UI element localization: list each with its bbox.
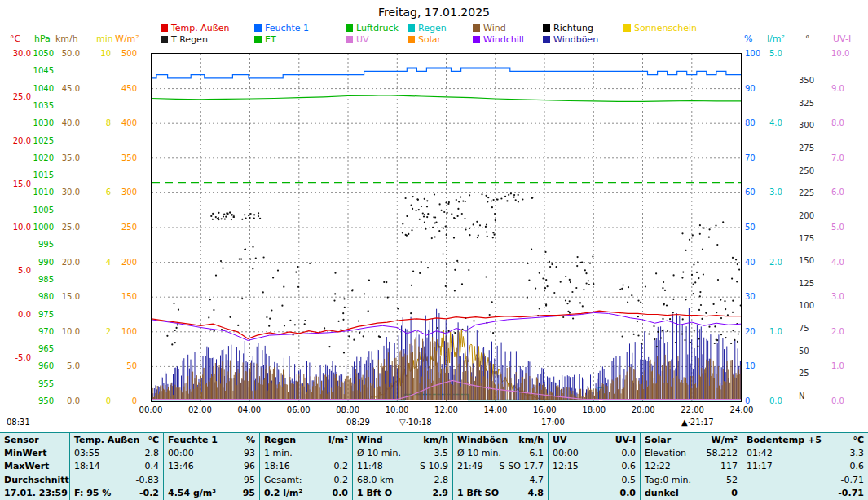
time-marker: 08:29 (346, 418, 370, 427)
cell-value: 4.8 (528, 487, 544, 499)
series-direction-dot (454, 332, 456, 334)
series-direction-dot (689, 239, 690, 241)
series-direction-dot (457, 215, 459, 217)
axis-tick-wind_kmh: 25.0 (57, 223, 80, 232)
cell-value: l/m² (328, 434, 348, 446)
cell-value: 0 (731, 487, 738, 499)
series-direction-dot (491, 301, 493, 303)
series-direction-dot (621, 288, 623, 290)
cell-label: 21:49 (457, 460, 483, 472)
legend-color-box (161, 36, 168, 43)
series-direction-dot (445, 201, 447, 203)
series-direction-dot (656, 346, 658, 347)
series-direction-dot (553, 292, 555, 294)
series-direction-dot (584, 269, 586, 271)
series-direction-dot (410, 312, 412, 314)
series-direction-dot (593, 283, 594, 285)
series-direction-dot (220, 260, 222, 262)
series-direction-dot (492, 237, 494, 238)
series-direction-dot (454, 290, 456, 291)
series-direction-dot (700, 304, 702, 306)
legend-color-box (346, 24, 353, 32)
table-cell: 68.0 km2.8 (352, 473, 452, 486)
cell-value: km/h (518, 434, 544, 446)
cell-value: -2.8 (142, 447, 159, 459)
x-axis-tick: 20:00 (625, 405, 661, 414)
series-direction-dot (174, 342, 176, 343)
table-cell: Elevation-58.212 (640, 446, 742, 459)
series-direction-dot (343, 352, 345, 353)
series-direction-dot (494, 234, 496, 236)
table-cell: Ø 10 min.6.1 (452, 446, 548, 459)
cell-label: 18:14 (74, 460, 100, 472)
axis-tick-wind_kmh: 10.0 (57, 327, 80, 336)
series-direction-dot (359, 332, 360, 334)
series-direction-dot (412, 208, 413, 210)
chart-canvas (152, 54, 741, 401)
time-marker: 08:31 (7, 418, 30, 427)
series-direction-dot (439, 203, 441, 205)
series-direction-dot (434, 216, 436, 218)
series-direction-dot (364, 293, 365, 294)
axis-tick-pressure_hpa: 990 (31, 258, 54, 267)
series-direction-dot (734, 339, 735, 341)
legend-color-box (408, 24, 415, 32)
series-direction-dot (653, 325, 654, 327)
series-direction-dot (654, 338, 655, 340)
series-direction-dot (263, 256, 265, 258)
series-direction-dot (531, 248, 532, 250)
axis-tick-wind_kmh: 30.0 (57, 188, 80, 197)
axis-tick-solar_wm2: 200 (116, 258, 137, 267)
legend-item: Richtung (543, 24, 593, 33)
series-direction-dot (214, 330, 215, 332)
legend-label: T Regen (171, 35, 208, 44)
series-direction-dot (435, 221, 437, 223)
legend-label: Feuchte 1 (265, 24, 309, 33)
axis-tick-sunshine_min: 2 (91, 327, 111, 336)
legend-item: Sonnenschein (623, 24, 697, 33)
axis-header-solar_wm2: W/m² (115, 34, 139, 43)
series-direction-dot (582, 305, 584, 307)
series-direction-dot (422, 212, 424, 214)
axis-tick-wind_kmh: 5.0 (57, 361, 80, 370)
series-direction-dot (338, 321, 340, 322)
axis-tick-rain_lm2: 1.0 (769, 327, 789, 336)
series-direction-dot (248, 215, 249, 216)
axis-header-rain_lm2: l/m² (767, 34, 785, 43)
x-axis-tick: 22:00 (675, 405, 711, 414)
axis-tick-uv_index: 0.0 (831, 396, 854, 405)
series-direction-dot (588, 284, 590, 285)
cell-label: 00:00 (553, 447, 579, 459)
cell-label: 12:15 (553, 460, 579, 472)
series-direction-dot (441, 210, 443, 211)
axis-tick-humidity_pct: 100 (745, 49, 764, 58)
x-axis-tick: 12:00 (429, 405, 465, 414)
axis-tick-direction_deg: 350 (799, 76, 818, 85)
legend-item: T Regen (161, 35, 208, 44)
axis-tick-temp_c: 10.0 (7, 223, 31, 232)
series-direction-dot (637, 300, 639, 302)
series-humidity (152, 68, 741, 78)
series-direction-dot (720, 334, 722, 335)
series-direction-dot (407, 215, 408, 217)
axis-tick-humidity_pct: 60 (745, 188, 764, 197)
axis-tick-pressure_hpa: 1015 (31, 170, 54, 179)
axis-tick-pressure_hpa: 1050 (31, 49, 54, 58)
series-direction-dot (272, 277, 274, 278)
series-direction-dot (732, 300, 734, 302)
series-direction-dot (297, 286, 299, 288)
series-direction-dot (566, 303, 568, 304)
axis-tick-humidity_pct: 10 (745, 361, 764, 370)
series-direction-dot (478, 235, 479, 237)
table-cell: 00:000.0 (548, 446, 640, 459)
series-direction-dot (713, 303, 715, 305)
series-direction-dot (685, 299, 686, 300)
table-row-label: Durchschnitt (0, 473, 69, 486)
series-direction-dot (218, 212, 219, 214)
cell-label: 00:00 (168, 447, 194, 459)
table-cell: 0.2 l/m²0.0 (259, 487, 352, 500)
series-direction-dot (453, 217, 455, 219)
cell-value: 95 (243, 487, 255, 499)
series-direction-dot (353, 339, 355, 341)
series-direction-dot (544, 251, 546, 253)
